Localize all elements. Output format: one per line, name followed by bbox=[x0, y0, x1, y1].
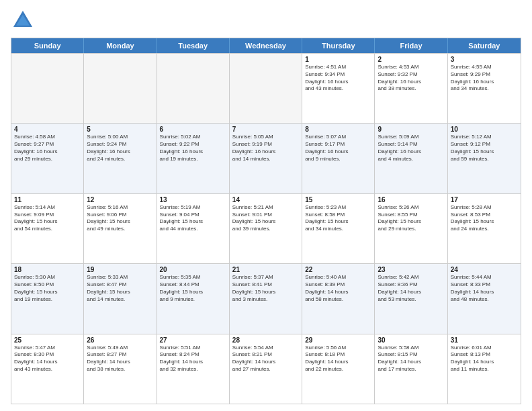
day-info: Sunrise: 5:26 AMSunset: 8:55 PMDaylight:… bbox=[378, 204, 444, 233]
day-info: Sunrise: 5:23 AMSunset: 8:58 PMDaylight:… bbox=[305, 204, 371, 233]
day-info: Sunrise: 5:07 AMSunset: 9:17 PMDaylight:… bbox=[305, 134, 371, 163]
header bbox=[11, 8, 521, 32]
day-number: 15 bbox=[305, 196, 371, 203]
day-number: 17 bbox=[451, 196, 518, 203]
day-info: Sunrise: 4:58 AMSunset: 9:27 PMDaylight:… bbox=[14, 134, 81, 163]
day-number: 20 bbox=[160, 266, 226, 273]
day-info: Sunrise: 5:40 AMSunset: 8:39 PMDaylight:… bbox=[305, 274, 371, 303]
day-info: Sunrise: 5:05 AMSunset: 9:19 PMDaylight:… bbox=[232, 134, 299, 163]
day-info: Sunrise: 4:53 AMSunset: 9:32 PMDaylight:… bbox=[378, 64, 444, 93]
day-number: 6 bbox=[160, 126, 226, 133]
day-cell-28: 28Sunrise: 5:54 AMSunset: 8:21 PMDayligh… bbox=[230, 334, 302, 404]
page: SundayMondayTuesdayWednesdayThursdayFrid… bbox=[0, 0, 532, 411]
empty-cell bbox=[84, 54, 157, 123]
calendar-row-3: 18Sunrise: 5:30 AMSunset: 8:50 PMDayligh… bbox=[11, 263, 521, 333]
day-number: 10 bbox=[451, 126, 518, 133]
day-number: 31 bbox=[451, 336, 518, 344]
weekday-header-friday: Friday bbox=[375, 38, 447, 53]
day-cell-21: 21Sunrise: 5:37 AMSunset: 8:41 PMDayligh… bbox=[230, 264, 302, 333]
day-info: Sunrise: 4:55 AMSunset: 9:29 PMDaylight:… bbox=[451, 64, 518, 93]
day-cell-26: 26Sunrise: 5:49 AMSunset: 8:27 PMDayligh… bbox=[84, 334, 157, 404]
day-info: Sunrise: 5:54 AMSunset: 8:21 PMDaylight:… bbox=[232, 345, 299, 373]
day-cell-3: 3Sunrise: 4:55 AMSunset: 9:29 PMDaylight… bbox=[448, 54, 521, 123]
calendar-row-2: 11Sunrise: 5:14 AMSunset: 9:09 PMDayligh… bbox=[11, 193, 521, 263]
day-number: 4 bbox=[14, 126, 81, 133]
day-cell-1: 1Sunrise: 4:51 AMSunset: 9:34 PMDaylight… bbox=[302, 54, 375, 123]
calendar: SundayMondayTuesdayWednesdayThursdayFrid… bbox=[11, 38, 521, 404]
day-info: Sunrise: 5:44 AMSunset: 8:33 PMDaylight:… bbox=[451, 274, 518, 303]
day-number: 3 bbox=[451, 56, 518, 63]
weekday-header-sunday: Sunday bbox=[11, 38, 84, 53]
day-info: Sunrise: 5:09 AMSunset: 9:14 PMDaylight:… bbox=[378, 134, 444, 163]
day-info: Sunrise: 5:58 AMSunset: 8:15 PMDaylight:… bbox=[378, 345, 444, 373]
empty-cell bbox=[11, 54, 84, 123]
day-number: 12 bbox=[87, 196, 153, 203]
day-number: 13 bbox=[160, 196, 226, 203]
day-info: Sunrise: 5:51 AMSunset: 8:24 PMDaylight:… bbox=[160, 345, 226, 373]
day-cell-24: 24Sunrise: 5:44 AMSunset: 8:33 PMDayligh… bbox=[448, 264, 521, 333]
weekday-header-thursday: Thursday bbox=[302, 38, 375, 53]
day-cell-17: 17Sunrise: 5:28 AMSunset: 8:53 PMDayligh… bbox=[448, 194, 521, 263]
day-number: 27 bbox=[160, 336, 226, 344]
day-info: Sunrise: 6:01 AMSunset: 8:13 PMDaylight:… bbox=[451, 345, 518, 373]
day-info: Sunrise: 5:35 AMSunset: 8:44 PMDaylight:… bbox=[160, 274, 226, 303]
day-cell-22: 22Sunrise: 5:40 AMSunset: 8:39 PMDayligh… bbox=[302, 264, 375, 333]
day-info: Sunrise: 5:30 AMSunset: 8:50 PMDaylight:… bbox=[14, 274, 81, 303]
day-cell-29: 29Sunrise: 5:56 AMSunset: 8:18 PMDayligh… bbox=[302, 334, 375, 404]
day-number: 18 bbox=[14, 266, 81, 273]
day-cell-23: 23Sunrise: 5:42 AMSunset: 8:36 PMDayligh… bbox=[375, 264, 447, 333]
day-cell-2: 2Sunrise: 4:53 AMSunset: 9:32 PMDaylight… bbox=[375, 54, 447, 123]
day-cell-8: 8Sunrise: 5:07 AMSunset: 9:17 PMDaylight… bbox=[302, 124, 375, 193]
logo bbox=[11, 8, 39, 32]
day-info: Sunrise: 5:19 AMSunset: 9:04 PMDaylight:… bbox=[160, 204, 226, 233]
day-number: 11 bbox=[14, 196, 81, 203]
weekday-header-saturday: Saturday bbox=[448, 38, 521, 53]
weekday-header-monday: Monday bbox=[84, 38, 157, 53]
day-number: 22 bbox=[305, 266, 371, 273]
day-cell-9: 9Sunrise: 5:09 AMSunset: 9:14 PMDaylight… bbox=[375, 124, 447, 193]
day-cell-20: 20Sunrise: 5:35 AMSunset: 8:44 PMDayligh… bbox=[157, 264, 230, 333]
day-cell-16: 16Sunrise: 5:26 AMSunset: 8:55 PMDayligh… bbox=[375, 194, 447, 263]
day-info: Sunrise: 5:12 AMSunset: 9:12 PMDaylight:… bbox=[451, 134, 518, 163]
day-number: 14 bbox=[232, 196, 299, 203]
day-info: Sunrise: 5:49 AMSunset: 8:27 PMDaylight:… bbox=[87, 345, 153, 373]
day-info: Sunrise: 5:42 AMSunset: 8:36 PMDaylight:… bbox=[378, 274, 444, 303]
day-number: 2 bbox=[378, 56, 444, 63]
day-number: 29 bbox=[305, 336, 371, 344]
day-number: 23 bbox=[378, 266, 444, 273]
weekday-header-wednesday: Wednesday bbox=[230, 38, 302, 53]
day-number: 19 bbox=[87, 266, 153, 273]
day-cell-6: 6Sunrise: 5:02 AMSunset: 9:22 PMDaylight… bbox=[157, 124, 230, 193]
day-number: 1 bbox=[305, 56, 371, 63]
empty-cell bbox=[230, 54, 302, 123]
day-number: 26 bbox=[87, 336, 153, 344]
day-cell-10: 10Sunrise: 5:12 AMSunset: 9:12 PMDayligh… bbox=[448, 124, 521, 193]
day-cell-30: 30Sunrise: 5:58 AMSunset: 8:15 PMDayligh… bbox=[375, 334, 447, 404]
day-number: 5 bbox=[87, 126, 153, 133]
calendar-body: 1Sunrise: 4:51 AMSunset: 9:34 PMDaylight… bbox=[11, 53, 521, 404]
day-cell-18: 18Sunrise: 5:30 AMSunset: 8:50 PMDayligh… bbox=[11, 264, 84, 333]
day-info: Sunrise: 4:51 AMSunset: 9:34 PMDaylight:… bbox=[305, 64, 371, 93]
day-number: 21 bbox=[232, 266, 299, 273]
weekday-header-tuesday: Tuesday bbox=[157, 38, 230, 53]
day-cell-15: 15Sunrise: 5:23 AMSunset: 8:58 PMDayligh… bbox=[302, 194, 375, 263]
day-number: 24 bbox=[451, 266, 518, 273]
day-info: Sunrise: 5:33 AMSunset: 8:47 PMDaylight:… bbox=[87, 274, 153, 303]
day-number: 25 bbox=[14, 336, 81, 344]
empty-cell bbox=[157, 54, 230, 123]
calendar-row-0: 1Sunrise: 4:51 AMSunset: 9:34 PMDaylight… bbox=[11, 53, 521, 123]
day-cell-25: 25Sunrise: 5:47 AMSunset: 8:30 PMDayligh… bbox=[11, 334, 84, 404]
day-cell-12: 12Sunrise: 5:16 AMSunset: 9:06 PMDayligh… bbox=[84, 194, 157, 263]
day-number: 9 bbox=[378, 126, 444, 133]
day-cell-13: 13Sunrise: 5:19 AMSunset: 9:04 PMDayligh… bbox=[157, 194, 230, 263]
day-info: Sunrise: 5:56 AMSunset: 8:18 PMDaylight:… bbox=[305, 345, 371, 373]
day-number: 8 bbox=[305, 126, 371, 133]
day-info: Sunrise: 5:28 AMSunset: 8:53 PMDaylight:… bbox=[451, 204, 518, 233]
day-cell-7: 7Sunrise: 5:05 AMSunset: 9:19 PMDaylight… bbox=[230, 124, 302, 193]
day-number: 16 bbox=[378, 196, 444, 203]
day-info: Sunrise: 5:21 AMSunset: 9:01 PMDaylight:… bbox=[232, 204, 299, 233]
day-cell-14: 14Sunrise: 5:21 AMSunset: 9:01 PMDayligh… bbox=[230, 194, 302, 263]
day-cell-5: 5Sunrise: 5:00 AMSunset: 9:24 PMDaylight… bbox=[84, 124, 157, 193]
day-cell-27: 27Sunrise: 5:51 AMSunset: 8:24 PMDayligh… bbox=[157, 334, 230, 404]
day-info: Sunrise: 5:00 AMSunset: 9:24 PMDaylight:… bbox=[87, 134, 153, 163]
